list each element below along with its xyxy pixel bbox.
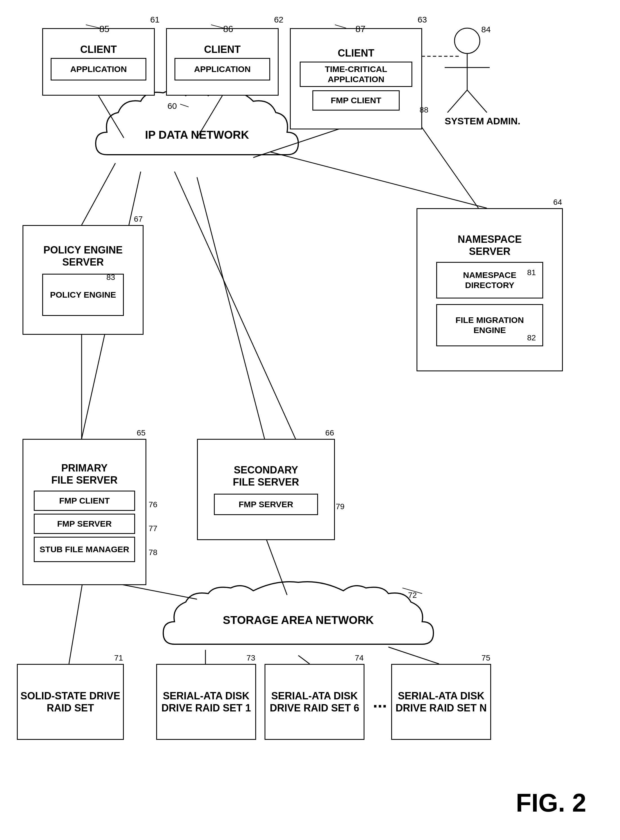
storage-network-label: STORAGE AREA NETWORK [186, 613, 411, 627]
svg-line-10 [81, 163, 115, 225]
namespace-directory-label: NAMESPACE DIRECTORY [437, 268, 542, 292]
svg-line-25 [180, 104, 188, 107]
primary-file-server-box: PRIMARYFILE SERVER FMP CLIENT FMP SERVER… [23, 439, 146, 585]
solid-state-drive-box: SOLID-STATE DRIVE RAID SET 71 [17, 664, 124, 740]
client-86-box: 86 CLIENT APPLICATION 62 [166, 28, 278, 96]
solid-state-drive-label: SOLID-STATE DRIVE RAID SET [18, 690, 123, 714]
disk-drive-6-label: SERIAL-ATA DISK DRIVE RAID SET 6 [265, 690, 364, 714]
svg-line-8 [419, 124, 479, 208]
svg-line-17 [265, 535, 287, 595]
client-85-app: APPLICATION [67, 62, 130, 76]
svg-point-0 [454, 28, 480, 53]
ref-76: 76 [149, 500, 157, 509]
svg-line-12 [197, 177, 265, 439]
ref-81: 81 [527, 268, 536, 277]
figure-label: FIG. 2 [516, 789, 586, 817]
svg-line-14 [175, 171, 295, 439]
ref-88: 88 [420, 105, 428, 114]
ref-79: 79 [336, 502, 345, 511]
client-85-title: CLIENT [80, 43, 117, 56]
primary-fmp-client-inner: FMP CLIENT [34, 491, 135, 511]
svg-line-4 [467, 90, 487, 113]
ip-network-label: IP DATA NETWORK [129, 128, 265, 141]
svg-line-23 [211, 25, 224, 28]
namespace-server-box: NAMESPACESERVER NAMESPACE DIRECTORY 81 F… [417, 208, 563, 371]
svg-line-16 [69, 580, 83, 664]
secondary-file-server-title: SECONDARYFILE SERVER [233, 464, 299, 488]
primary-fmp-server-inner: FMP SERVER [34, 514, 135, 534]
ref-67: 67 [134, 215, 143, 224]
policy-engine-label: POLICY ENGINE [47, 288, 120, 302]
secondary-file-server-box: SECONDARYFILE SERVER FMP SERVER 66 79 [197, 439, 335, 540]
svg-line-13 [270, 152, 487, 208]
ref-71: 71 [114, 654, 123, 663]
secondary-fmp-server-inner: FMP SERVER [214, 494, 318, 515]
client-86-inner: APPLICATION [175, 58, 270, 80]
ref-74: 74 [355, 654, 364, 663]
ref-62: 62 [274, 15, 283, 24]
stub-file-manager-inner: STUB FILE MANAGER [34, 537, 135, 562]
disk-drive-n-box: SERIAL-ATA DISK DRIVE RAID SET N 75 [391, 664, 491, 740]
ref-83: 83 [106, 273, 115, 282]
client-86-app: APPLICATION [191, 62, 254, 76]
ref-82: 82 [527, 334, 536, 343]
disk-drive-6-box: SERIAL-ATA DISK DRIVE RAID SET 6 74 [265, 664, 364, 740]
client-87-title: CLIENT [338, 47, 374, 59]
policy-engine-server-box: POLICY ENGINESERVER POLICY ENGINE 67 83 [23, 225, 143, 335]
svg-line-20 [298, 655, 310, 664]
namespace-directory-inner: NAMESPACE DIRECTORY [436, 262, 543, 299]
svg-line-5 [98, 96, 124, 138]
client-87-app: TIME-CRITICALAPPLICATION [321, 62, 391, 86]
namespace-server-title: NAMESPACESERVER [457, 233, 522, 257]
ref-75: 75 [482, 654, 490, 663]
ref-86: 86 [223, 24, 233, 34]
primary-file-server-title: PRIMARYFILE SERVER [51, 462, 117, 486]
ref-85: 85 [99, 24, 110, 34]
ref-64: 64 [553, 198, 562, 207]
ref-73: 73 [247, 654, 255, 663]
disk-drive-1-label: SERIAL-ATA DISK DRIVE RAID SET 1 [157, 690, 255, 714]
primary-fmp-client-label: FMP CLIENT [56, 494, 113, 508]
ref-65: 65 [137, 428, 146, 437]
client-86-title: CLIENT [204, 43, 241, 56]
svg-line-3 [447, 90, 467, 113]
svg-line-24 [335, 25, 346, 28]
client-85-box: 85 CLIENT APPLICATION 61 [42, 28, 155, 96]
client-87-fmp: FMP CLIENT [327, 94, 384, 107]
svg-line-22 [86, 25, 100, 28]
client-87-box: 87 CLIENT TIME-CRITICALAPPLICATION FMP C… [290, 28, 422, 129]
ref-60: 60 [167, 101, 177, 111]
ref-84: 84 [481, 25, 491, 34]
dots: ... [373, 692, 387, 711]
svg-line-21 [388, 647, 439, 664]
secondary-fmp-server-label: FMP SERVER [235, 497, 296, 511]
ref-78: 78 [149, 548, 157, 557]
disk-drive-1-box: SERIAL-ATA DISK DRIVE RAID SET 1 73 [156, 664, 256, 740]
system-admin-label: SYSTEM ADMIN. [445, 115, 521, 127]
client-85-inner: APPLICATION [51, 58, 146, 80]
primary-fmp-server-label: FMP SERVER [54, 517, 115, 530]
stub-file-manager-label: STUB FILE MANAGER [36, 542, 132, 556]
ref-77: 77 [149, 524, 157, 533]
ref-63: 63 [418, 15, 427, 24]
ref-87: 87 [355, 24, 366, 34]
ref-66: 66 [325, 428, 334, 437]
ref-61: 61 [150, 15, 160, 24]
client-87-inner1: TIME-CRITICALAPPLICATION [300, 62, 412, 87]
file-migration-label: FILE MIGRATION ENGINE [437, 313, 542, 337]
ref-72: 72 [408, 591, 417, 600]
client-87-inner2: FMP CLIENT [312, 90, 400, 111]
disk-drive-n-label: SERIAL-ATA DISK DRIVE RAID SET N [392, 690, 490, 714]
policy-engine-server-title: POLICY ENGINESERVER [43, 244, 122, 268]
